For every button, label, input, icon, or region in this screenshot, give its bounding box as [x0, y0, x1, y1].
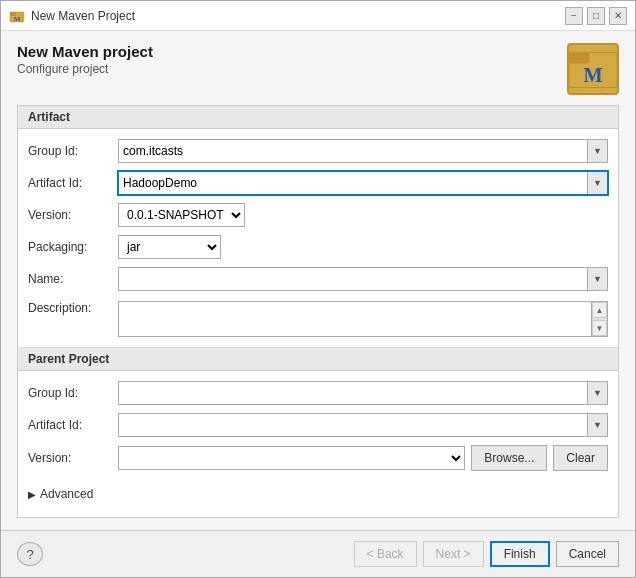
svg-text:M: M: [14, 15, 21, 23]
name-label: Name:: [28, 272, 118, 286]
artifact-id-dropdown-btn[interactable]: ▼: [587, 172, 607, 194]
header-section: New Maven project Configure project M: [17, 43, 619, 95]
svg-rect-4: [569, 52, 589, 63]
group-id-input[interactable]: [119, 140, 587, 162]
packaging-select-wrap: jar war pom ear maven-plugin: [118, 235, 221, 259]
finish-button[interactable]: Finish: [490, 541, 550, 567]
artifact-id-row: Artifact Id: ▼: [18, 167, 618, 199]
parent-version-select[interactable]: [119, 447, 464, 469]
description-label: Description:: [28, 301, 118, 315]
artifact-id-field-container: ▼: [118, 171, 608, 195]
packaging-select[interactable]: jar war pom ear maven-plugin: [119, 236, 220, 258]
maven-logo: M: [567, 43, 619, 95]
footer-left: ?: [17, 542, 43, 566]
version-select-wrap: 0.0.1-SNAPSHOT 1.0-SNAPSHOT 1.0.0: [118, 203, 245, 227]
back-button[interactable]: < Back: [354, 541, 417, 567]
version-input-wrap: 0.0.1-SNAPSHOT 1.0-SNAPSHOT 1.0.0: [118, 203, 608, 227]
header-text: New Maven project Configure project: [17, 43, 153, 76]
parent-version-select-wrap: [118, 446, 465, 470]
artifact-fields: Group Id: ▼ Artifact Id: ▼: [18, 129, 618, 347]
title-bar-buttons: − □ ✕: [565, 7, 627, 25]
main-window: M New Maven Project − □ ✕ New Maven proj…: [0, 0, 636, 578]
next-button[interactable]: Next >: [423, 541, 484, 567]
name-input-wrap: ▼: [118, 267, 608, 291]
minimize-button[interactable]: −: [565, 7, 583, 25]
browse-button[interactable]: Browse...: [471, 445, 547, 471]
description-input[interactable]: [119, 302, 591, 336]
packaging-input-wrap: jar war pom ear maven-plugin: [118, 235, 608, 259]
title-bar-text: New Maven Project: [31, 9, 135, 23]
artifact-id-input-wrap: ▼: [118, 171, 608, 195]
group-id-field-container: ▼: [118, 139, 608, 163]
title-bar-left: M New Maven Project: [9, 8, 135, 24]
parent-group-id-dropdown-btn[interactable]: ▼: [587, 382, 607, 404]
name-row: Name: ▼: [18, 263, 618, 295]
cancel-button[interactable]: Cancel: [556, 541, 619, 567]
footer-right: < Back Next > Finish Cancel: [354, 541, 619, 567]
parent-project-section-header: Parent Project: [18, 348, 618, 371]
parent-version-label: Version:: [28, 451, 118, 465]
parent-group-id-input-wrap: ▼: [118, 381, 608, 405]
parent-group-id-field-container: ▼: [118, 381, 608, 405]
advanced-arrow-icon: ▶: [28, 489, 36, 500]
artifact-section-header: Artifact: [18, 106, 618, 129]
description-row: Description: ▲ ▼: [18, 295, 618, 341]
packaging-row: Packaging: jar war pom ear maven-plugin: [18, 231, 618, 263]
parent-project-fields: Group Id: ▼ Artifact Id: ▼: [18, 371, 618, 481]
parent-artifact-id-input-wrap: ▼: [118, 413, 608, 437]
parent-artifact-id-row: Artifact Id: ▼: [18, 409, 618, 441]
parent-version-buttons: Browse... Clear: [471, 445, 608, 471]
group-id-row: Group Id: ▼: [18, 135, 618, 167]
scrollbar-up-btn[interactable]: ▲: [592, 302, 607, 318]
parent-version-row: Version: Browse... Clear: [18, 441, 618, 475]
name-field-container: ▼: [118, 267, 608, 291]
group-id-label: Group Id:: [28, 144, 118, 158]
group-id-dropdown-btn[interactable]: ▼: [587, 140, 607, 162]
name-input[interactable]: [119, 268, 587, 290]
group-id-input-wrap: ▼: [118, 139, 608, 163]
parent-group-id-row: Group Id: ▼: [18, 377, 618, 409]
version-row: Version: 0.0.1-SNAPSHOT 1.0-SNAPSHOT 1.0…: [18, 199, 618, 231]
title-bar: M New Maven Project − □ ✕: [1, 1, 635, 31]
description-input-wrap: ▲ ▼: [118, 301, 608, 337]
artifact-id-label: Artifact Id:: [28, 176, 118, 190]
page-subtitle: Configure project: [17, 62, 153, 76]
parent-artifact-id-input[interactable]: [119, 414, 587, 436]
form-area: Artifact Group Id: ▼ Artifact Id:: [17, 105, 619, 518]
parent-version-input-wrap: Browse... Clear: [118, 445, 608, 471]
maven-title-icon: M: [9, 8, 25, 24]
parent-group-id-input[interactable]: [119, 382, 587, 404]
close-button[interactable]: ✕: [609, 7, 627, 25]
artifact-id-input[interactable]: [119, 172, 587, 194]
page-title: New Maven project: [17, 43, 153, 60]
version-select[interactable]: 0.0.1-SNAPSHOT 1.0-SNAPSHOT 1.0.0: [119, 204, 244, 226]
advanced-label: Advanced: [40, 487, 93, 501]
version-label: Version:: [28, 208, 118, 222]
description-scrollbar: ▲ ▼: [591, 302, 607, 336]
parent-artifact-id-label: Artifact Id:: [28, 418, 118, 432]
maximize-button[interactable]: □: [587, 7, 605, 25]
scrollbar-down-btn[interactable]: ▼: [592, 320, 607, 336]
help-button[interactable]: ?: [17, 542, 43, 566]
main-content: New Maven project Configure project M Ar…: [1, 31, 635, 530]
svg-text:M: M: [583, 64, 602, 86]
advanced-row[interactable]: ▶ Advanced: [18, 481, 618, 507]
parent-artifact-id-dropdown-btn[interactable]: ▼: [587, 414, 607, 436]
clear-button[interactable]: Clear: [553, 445, 608, 471]
name-dropdown-btn[interactable]: ▼: [587, 268, 607, 290]
parent-artifact-id-field-container: ▼: [118, 413, 608, 437]
packaging-label: Packaging:: [28, 240, 118, 254]
footer: ? < Back Next > Finish Cancel: [1, 530, 635, 577]
parent-group-id-label: Group Id:: [28, 386, 118, 400]
description-field-container: ▲ ▼: [118, 301, 608, 337]
